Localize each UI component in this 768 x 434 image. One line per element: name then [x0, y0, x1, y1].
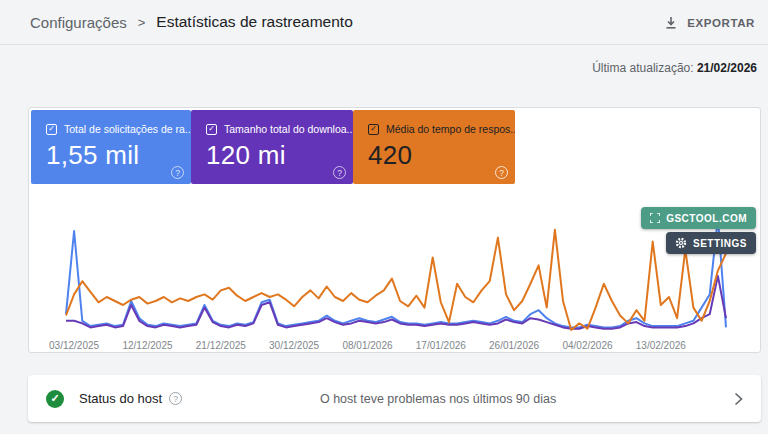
x-tick-label: 21/12/2025	[196, 340, 246, 351]
x-tick-label: 04/02/2026	[562, 340, 612, 351]
last-update-date: 21/02/2026	[697, 61, 757, 75]
breadcrumb: Configurações > Estatísticas de rastream…	[30, 13, 353, 31]
crawl-stats-panel: ✓ Total de solicitações de ra... 1,55 mi…	[28, 107, 761, 353]
x-tick-label: 08/01/2026	[342, 340, 392, 351]
breadcrumb-separator-icon: >	[138, 15, 146, 30]
last-update-label: Última atualização:	[592, 61, 693, 75]
top-bar: Configurações > Estatísticas de rastream…	[0, 0, 768, 45]
x-tick-label: 13/02/2026	[636, 340, 686, 351]
download-icon	[664, 16, 678, 30]
host-status-message: O host teve problemas nos últimos 90 dia…	[182, 392, 734, 406]
x-tick-label: 26/01/2026	[489, 340, 539, 351]
card-total-download-size[interactable]: ✓ Tamanho total do downloa... 120 mi ?	[191, 110, 353, 184]
export-button[interactable]: EXPORTAR	[664, 0, 755, 45]
chevron-right-icon[interactable]	[734, 392, 743, 406]
page-title: Estatísticas de rastreamento	[156, 13, 352, 31]
gear-icon	[675, 237, 687, 249]
host-status-row[interactable]: ✓ Status do host ? O host teve problemas…	[28, 375, 761, 422]
gsctool-extension-badge[interactable]: GSCTOOL.COM	[641, 207, 756, 229]
card-value: 120 mi	[206, 140, 353, 171]
x-tick-label: 03/12/2025	[49, 340, 99, 351]
card-label: Tamanho total do downloa...	[224, 123, 353, 135]
card-value: 420	[368, 140, 515, 171]
export-button-label: EXPORTAR	[687, 17, 755, 29]
x-tick-label: 17/01/2026	[416, 340, 466, 351]
card-value: 1,55 mil	[46, 140, 191, 171]
checkbox-checked-icon[interactable]: ✓	[46, 124, 57, 135]
badge-label: GSCTOOL.COM	[666, 213, 747, 224]
chart-line	[66, 218, 726, 328]
host-status-label: Status do host	[79, 391, 162, 406]
help-icon[interactable]: ?	[495, 166, 508, 179]
badge-label: SETTINGS	[693, 238, 747, 249]
checkbox-checked-icon[interactable]: ✓	[368, 124, 379, 135]
status-ok-check-icon: ✓	[46, 390, 64, 408]
card-total-requests[interactable]: ✓ Total de solicitações de ra... 1,55 mi…	[31, 110, 191, 184]
expand-icon	[650, 213, 660, 223]
last-update-text: Última atualização: 21/02/2026	[592, 61, 757, 75]
settings-extension-badge[interactable]: SETTINGS	[666, 232, 756, 254]
checkbox-checked-icon[interactable]: ✓	[206, 124, 217, 135]
card-avg-response-time[interactable]: ✓ Média do tempo de respos... 420 ?	[353, 110, 515, 184]
x-tick-label: 12/12/2025	[122, 340, 172, 351]
crawl-chart-svg	[66, 196, 726, 336]
chart-line	[66, 230, 726, 330]
x-tick-label: 30/12/2025	[269, 340, 319, 351]
help-icon[interactable]: ?	[333, 166, 346, 179]
help-icon[interactable]: ?	[171, 166, 184, 179]
metric-cards-row: ✓ Total de solicitações de ra... 1,55 mi…	[31, 110, 515, 184]
card-label: Total de solicitações de ra...	[64, 123, 191, 135]
crawl-requests-chart	[66, 196, 726, 336]
breadcrumb-settings-link[interactable]: Configurações	[30, 14, 127, 31]
help-icon[interactable]: ?	[169, 392, 182, 405]
card-label: Média do tempo de respos...	[386, 123, 515, 135]
x-axis-ticks: 03/12/202512/12/202521/12/202530/12/2025…	[66, 340, 726, 352]
